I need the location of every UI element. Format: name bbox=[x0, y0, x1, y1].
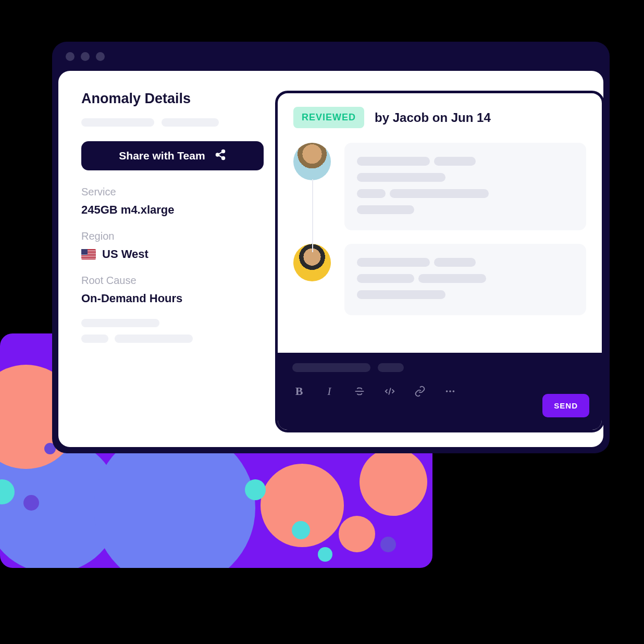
link-icon[interactable] bbox=[413, 385, 427, 398]
panel-header: REVIEWED by Jacob on Jun 14 bbox=[278, 93, 602, 138]
svg-line-3 bbox=[219, 152, 222, 154]
page-title: Anomaly Details bbox=[81, 91, 274, 107]
us-flag-icon bbox=[81, 249, 96, 259]
svg-line-4 bbox=[219, 155, 222, 157]
field-service: Service 245GB m4.xlarge bbox=[81, 186, 274, 217]
field-region: Region US West bbox=[81, 230, 274, 261]
review-byline: by Jacob on Jun 14 bbox=[375, 110, 491, 125]
svg-point-0 bbox=[221, 150, 225, 153]
field-region-label: Region bbox=[81, 230, 274, 242]
comment-item bbox=[293, 143, 586, 230]
svg-point-1 bbox=[216, 153, 219, 156]
comment-body bbox=[344, 244, 586, 315]
svg-point-9 bbox=[453, 390, 455, 392]
field-service-value: 245GB m4.xlarge bbox=[81, 203, 274, 217]
bold-icon[interactable]: B bbox=[292, 385, 306, 398]
share-button-label: Share with Team bbox=[119, 150, 205, 162]
field-root-cause: Root Cause On-Demand Hours bbox=[81, 275, 274, 305]
field-root-cause-label: Root Cause bbox=[81, 275, 274, 287]
field-root-cause-value: On-Demand Hours bbox=[81, 292, 274, 305]
svg-point-7 bbox=[446, 390, 448, 392]
more-icon[interactable] bbox=[443, 385, 457, 398]
window-titlebar bbox=[52, 42, 610, 71]
status-badge: REVIEWED bbox=[293, 107, 364, 128]
thread-line bbox=[312, 179, 313, 252]
comment-panel: REVIEWED by Jacob on Jun 14 bbox=[275, 91, 604, 432]
italic-icon[interactable]: I bbox=[323, 385, 336, 398]
extra-field-placeholder bbox=[81, 319, 274, 343]
send-button[interactable]: SEND bbox=[542, 394, 589, 417]
code-icon[interactable] bbox=[383, 385, 397, 398]
svg-line-6 bbox=[389, 388, 391, 395]
field-service-label: Service bbox=[81, 186, 274, 198]
share-icon bbox=[215, 149, 226, 163]
strikethrough-icon[interactable] bbox=[353, 385, 366, 398]
svg-point-2 bbox=[221, 156, 225, 159]
window-control-close[interactable] bbox=[66, 52, 75, 61]
comment-item bbox=[293, 244, 586, 315]
avatar bbox=[293, 143, 331, 180]
svg-point-8 bbox=[449, 390, 451, 392]
comment-composer[interactable]: B I SEND bbox=[278, 353, 602, 430]
window-control-maximize[interactable] bbox=[96, 52, 105, 61]
comment-thread bbox=[278, 138, 602, 315]
share-button[interactable]: Share with Team bbox=[81, 141, 264, 170]
window-control-minimize[interactable] bbox=[81, 52, 90, 61]
subtitle-placeholder bbox=[81, 118, 274, 127]
composer-input-placeholder[interactable] bbox=[292, 363, 587, 372]
field-region-value: US West bbox=[102, 247, 148, 261]
comment-body bbox=[344, 143, 586, 230]
